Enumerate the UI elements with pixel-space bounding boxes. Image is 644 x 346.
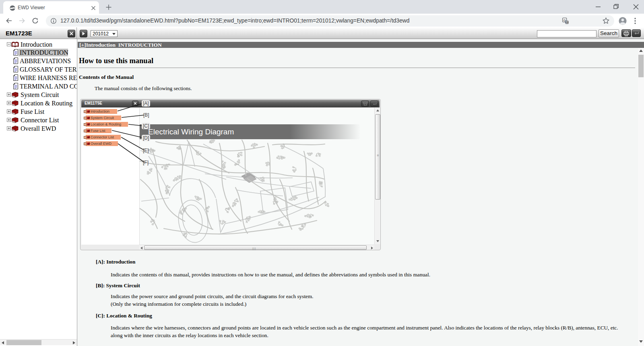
svg-text:文: 文 xyxy=(566,21,568,24)
